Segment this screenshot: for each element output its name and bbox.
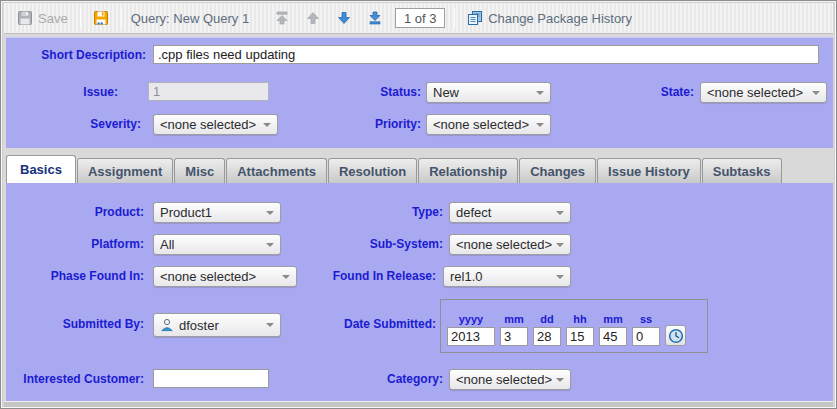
chevron-down-icon <box>556 275 564 279</box>
severity-label: Severity: <box>6 117 141 131</box>
header-fields-panel: Short Description: Issue: Status: New St… <box>6 37 833 148</box>
save-floppy-icon <box>17 10 33 26</box>
state-dropdown[interactable]: <none selected> <box>700 82 827 103</box>
type-dropdown[interactable]: defect <box>449 202 571 223</box>
previous-item-button[interactable] <box>302 8 324 28</box>
platform-dropdown[interactable]: All <box>153 234 281 255</box>
chevron-down-icon <box>536 91 544 95</box>
platform-value: All <box>160 237 262 252</box>
chevron-down-icon <box>263 123 271 127</box>
chevron-down-icon <box>556 378 564 382</box>
priority-label: Priority: <box>281 117 421 131</box>
date-part-input[interactable] <box>500 327 528 346</box>
priority-value: <none selected> <box>433 117 532 132</box>
found-in-release-dropdown[interactable]: rel1.0 <box>443 266 571 287</box>
tab-relationship[interactable]: Relationship <box>418 158 518 183</box>
chevron-down-icon <box>282 275 290 279</box>
chevron-down-icon <box>812 91 820 95</box>
chevron-down-icon <box>556 211 564 215</box>
submitted-by-dropdown[interactable]: dfoster <box>153 313 281 337</box>
severity-dropdown[interactable]: <none selected> <box>153 114 278 135</box>
tab-bar: BasicsAssignmentMiscAttachmentsResolutio… <box>6 155 783 183</box>
product-value: Product1 <box>160 205 262 220</box>
toolbar-separator <box>121 8 122 28</box>
save-query-button[interactable] <box>90 8 112 28</box>
tab-basics[interactable]: Basics <box>6 155 76 183</box>
tab-changes[interactable]: Changes <box>519 158 596 183</box>
tab-attachments[interactable]: Attachments <box>226 158 327 183</box>
category-dropdown[interactable]: <none selected> <box>449 369 571 390</box>
query-label: Query: New Query 1 <box>131 11 250 26</box>
clock-icon <box>668 328 684 344</box>
last-item-button[interactable] <box>364 8 386 28</box>
next-item-icon <box>336 10 352 26</box>
record-position-input[interactable] <box>395 8 445 28</box>
first-item-button[interactable] <box>271 8 293 28</box>
short-description-input[interactable] <box>153 45 819 64</box>
tab-issue-history[interactable]: Issue History <box>597 158 701 183</box>
save-query-floppy-icon <box>93 10 109 26</box>
tab-resolution[interactable]: Resolution <box>328 158 417 183</box>
priority-dropdown[interactable]: <none selected> <box>426 114 551 135</box>
sub-system-dropdown[interactable]: <none selected> <box>449 234 571 255</box>
phase-found-in-value: <none selected> <box>160 269 278 284</box>
product-label: Product: <box>6 205 144 219</box>
tab-subtasks[interactable]: Subtasks <box>702 158 782 183</box>
first-item-icon <box>274 10 290 26</box>
change-package-history-label: Change Package History <box>488 11 632 26</box>
change-package-icon <box>467 10 483 26</box>
interested-customer-label: Interested Customer: <box>6 372 144 386</box>
interested-customer-input[interactable] <box>153 369 269 388</box>
category-label: Category: <box>303 372 443 386</box>
change-package-history-button[interactable]: Change Package History <box>464 8 635 28</box>
date-part-input[interactable] <box>447 327 495 346</box>
sub-system-label: Sub-System: <box>303 237 443 251</box>
save-button[interactable]: Save <box>14 8 71 28</box>
date-part-label: ss <box>640 313 652 325</box>
phase-found-in-dropdown[interactable]: <none selected> <box>153 266 297 287</box>
submitted-by-value: dfoster <box>179 318 262 333</box>
pick-time-button[interactable] <box>665 325 686 346</box>
date-part-label: dd <box>540 313 553 325</box>
tab-misc[interactable]: Misc <box>174 158 225 183</box>
basics-tab-panel: Product: Product1 Type: defect Platform:… <box>6 183 833 401</box>
found-in-release-value: rel1.0 <box>450 269 552 284</box>
status-bar <box>4 401 833 407</box>
type-label: Type: <box>303 205 443 219</box>
issue-input <box>148 82 269 101</box>
tab-assignment[interactable]: Assignment <box>77 158 173 183</box>
date-submitted-label: Date Submitted: <box>296 317 436 331</box>
date-part-label: yyyy <box>459 313 483 325</box>
toolbar-separator <box>80 8 81 28</box>
short-description-label: Short Description: <box>6 48 146 62</box>
user-icon <box>160 318 174 332</box>
submitted-by-label: Submitted By: <box>6 317 144 331</box>
date-submitted-group: yyyymmddhhmmss <box>440 299 708 353</box>
last-item-icon <box>367 10 383 26</box>
issue-label: Issue: <box>6 85 118 99</box>
date-part-input[interactable] <box>533 327 561 346</box>
next-item-button[interactable] <box>333 8 355 28</box>
previous-item-icon <box>305 10 321 26</box>
date-part-label: mm <box>603 313 623 325</box>
chevron-down-icon <box>266 323 274 327</box>
date-part-input[interactable] <box>599 327 627 346</box>
date-part-label: mm <box>504 313 524 325</box>
date-part-label: hh <box>573 313 586 325</box>
product-dropdown[interactable]: Product1 <box>153 202 281 223</box>
status-dropdown[interactable]: New <box>426 82 551 103</box>
chevron-down-icon <box>556 243 564 247</box>
save-button-label: Save <box>38 11 68 26</box>
chevron-down-icon <box>266 211 274 215</box>
platform-label: Platform: <box>6 237 144 251</box>
phase-found-in-label: Phase Found In: <box>6 269 144 283</box>
toolbar: Save Query: New Query 1 <box>4 3 833 34</box>
status-value: New <box>433 85 532 100</box>
found-in-release-label: Found In Release: <box>296 269 436 283</box>
type-value: defect <box>456 205 552 220</box>
date-part-input[interactable] <box>632 327 660 346</box>
state-value: <none selected> <box>707 85 808 100</box>
chevron-down-icon <box>266 243 274 247</box>
state-label: State: <box>554 85 694 99</box>
date-part-input[interactable] <box>566 327 594 346</box>
